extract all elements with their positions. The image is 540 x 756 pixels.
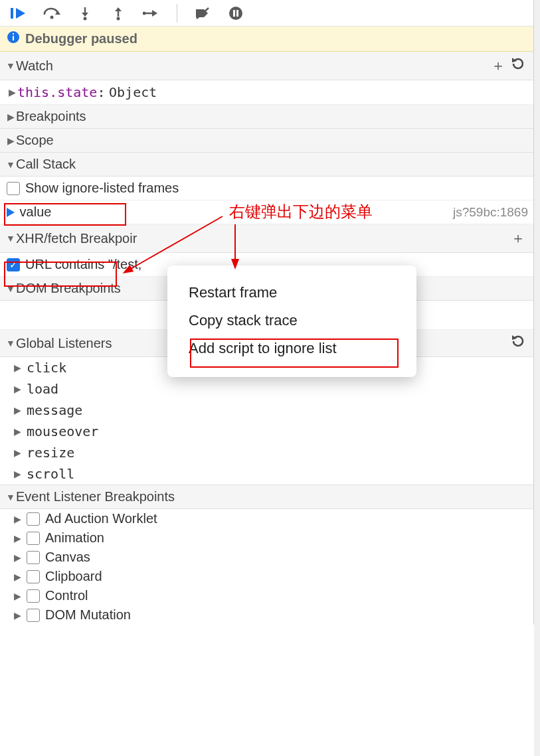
event-category-name: DOM Mutation bbox=[45, 607, 131, 623]
add-watch-button[interactable]: ＋ bbox=[488, 56, 508, 76]
chevron-right-icon: ▶ bbox=[7, 87, 17, 98]
pause-exceptions-icon[interactable] bbox=[225, 4, 246, 23]
svg-rect-19 bbox=[13, 36, 14, 40]
list-item[interactable]: ▶load bbox=[0, 378, 533, 400]
event-category-name: Control bbox=[45, 588, 88, 603]
list-item[interactable]: ▶scroll bbox=[0, 463, 533, 485]
svg-rect-17 bbox=[236, 10, 238, 17]
current-frame-icon bbox=[7, 208, 16, 217]
ctx-add-to-ignore-list[interactable]: Add script to ignore list bbox=[167, 335, 416, 362]
breakpoints-title: Breakpoints bbox=[16, 109, 528, 124]
watch-title: Watch bbox=[16, 58, 488, 74]
callstack-title: Call Stack bbox=[16, 157, 528, 172]
chevron-right-icon: ▶ bbox=[12, 552, 23, 563]
event-category-name: Animation bbox=[45, 530, 104, 546]
refresh-listeners-button[interactable] bbox=[508, 334, 528, 352]
svg-marker-8 bbox=[115, 7, 122, 11]
checkbox-unchecked[interactable] bbox=[27, 570, 40, 583]
chevron-down-icon: ▼ bbox=[5, 60, 16, 71]
debugger-status-bar: Debugger paused bbox=[0, 27, 533, 52]
event-category-name: Clipboard bbox=[45, 569, 102, 584]
chevron-right-icon: ▶ bbox=[12, 384, 23, 394]
xhr-title: XHR/fetch Breakpoir bbox=[16, 231, 508, 246]
list-item[interactable]: ▶message bbox=[0, 400, 533, 421]
vertical-scrollbar[interactable] bbox=[534, 0, 540, 756]
svg-rect-16 bbox=[233, 10, 235, 17]
scope-section-header[interactable]: ▶ Scope bbox=[0, 129, 533, 153]
step-over-icon[interactable] bbox=[41, 4, 62, 23]
svg-rect-0 bbox=[11, 8, 13, 19]
chevron-right-icon: ▶ bbox=[12, 514, 23, 524]
listener-name: message bbox=[27, 402, 82, 418]
listener-name: resize bbox=[27, 445, 74, 461]
show-ignored-frames-row[interactable]: Show ignore-listed frames bbox=[0, 177, 533, 200]
chevron-right-icon: ▶ bbox=[12, 571, 23, 582]
list-item[interactable]: ▶mouseover bbox=[0, 421, 533, 442]
toolbar-separator bbox=[177, 4, 177, 23]
deactivate-breakpoints-icon[interactable] bbox=[192, 4, 213, 23]
checkbox-unchecked[interactable] bbox=[27, 551, 40, 564]
list-item[interactable]: ▶Clipboard bbox=[0, 567, 533, 586]
checkbox-unchecked[interactable] bbox=[27, 609, 40, 622]
chevron-right-icon: ▶ bbox=[5, 112, 16, 122]
svg-marker-5 bbox=[82, 13, 88, 17]
svg-rect-20 bbox=[13, 33, 14, 35]
event-title: Event Listener Breakpoints bbox=[16, 489, 528, 504]
checkbox-unchecked[interactable] bbox=[27, 532, 40, 545]
svg-point-9 bbox=[117, 17, 120, 20]
listener-name: load bbox=[27, 381, 58, 397]
chevron-down-icon: ▼ bbox=[5, 283, 16, 294]
event-categories-list: ▶Ad Auction Worklet ▶Animation ▶Canvas ▶… bbox=[0, 509, 533, 625]
chevron-right-icon: ▶ bbox=[12, 362, 23, 373]
chevron-down-icon: ▼ bbox=[5, 338, 16, 348]
checkbox-unchecked[interactable] bbox=[7, 182, 20, 195]
chevron-right-icon: ▶ bbox=[12, 533, 23, 544]
chevron-right-icon: ▶ bbox=[12, 405, 23, 416]
show-ignored-label: Show ignore-listed frames bbox=[25, 181, 179, 196]
list-item[interactable]: ▶DOM Mutation bbox=[0, 605, 533, 625]
chevron-right-icon: ▶ bbox=[12, 426, 23, 437]
breakpoints-section-header[interactable]: ▶ Breakpoints bbox=[0, 105, 533, 129]
list-item[interactable]: ▶Animation bbox=[0, 528, 533, 548]
list-item[interactable]: ▶resize bbox=[0, 442, 533, 463]
debugger-toolbar bbox=[0, 0, 533, 27]
listener-name: mouseover bbox=[27, 423, 98, 439]
list-item[interactable]: ▶Canvas bbox=[0, 548, 533, 567]
watch-item[interactable]: ▶ this.state: Object bbox=[0, 80, 533, 105]
svg-line-24 bbox=[130, 216, 223, 269]
chevron-down-icon: ▼ bbox=[5, 492, 16, 502]
ctx-restart-frame[interactable]: Restart frame bbox=[167, 279, 416, 307]
chevron-right-icon: ▶ bbox=[5, 135, 16, 146]
watch-section-header[interactable]: ▼ Watch ＋ bbox=[0, 52, 533, 80]
status-text: Debugger paused bbox=[25, 31, 137, 46]
watch-value: Object bbox=[109, 84, 157, 100]
listener-name: click bbox=[27, 360, 66, 376]
step-out-icon[interactable] bbox=[108, 4, 129, 23]
svg-point-3 bbox=[50, 15, 54, 19]
callstack-section-header[interactable]: ▼ Call Stack bbox=[0, 153, 533, 177]
ctx-copy-stack-trace[interactable]: Copy stack trace bbox=[167, 307, 416, 335]
resume-icon[interactable] bbox=[8, 4, 29, 23]
frame-file-link[interactable]: js?59bc:1869 bbox=[453, 205, 528, 220]
event-section-header[interactable]: ▼ Event Listener Breakpoints bbox=[0, 485, 533, 509]
event-category-name: Ad Auction Worklet bbox=[45, 511, 157, 526]
list-item[interactable]: ▶Control bbox=[0, 586, 533, 605]
listener-name: scroll bbox=[27, 466, 74, 482]
annotation-text: 右键弹出下边的菜单 bbox=[229, 201, 373, 222]
xhr-section-header[interactable]: ▼ XHR/fetch Breakpoir ＋ bbox=[0, 224, 533, 253]
watch-sep: : bbox=[97, 84, 105, 100]
add-xhr-button[interactable]: ＋ bbox=[508, 228, 528, 248]
info-icon bbox=[7, 31, 20, 47]
step-into-icon[interactable] bbox=[74, 4, 96, 23]
checkbox-unchecked[interactable] bbox=[27, 589, 40, 603]
checkbox-checked[interactable]: ✓ bbox=[7, 258, 20, 271]
event-category-name: Canvas bbox=[45, 550, 90, 565]
annotation-arrow-down bbox=[227, 223, 247, 269]
step-icon[interactable] bbox=[141, 4, 162, 23]
svg-point-6 bbox=[84, 17, 87, 20]
checkbox-unchecked[interactable] bbox=[27, 512, 40, 526]
svg-point-15 bbox=[229, 7, 242, 20]
refresh-watch-button[interactable] bbox=[508, 56, 528, 75]
list-item[interactable]: ▶Ad Auction Worklet bbox=[0, 509, 533, 528]
chevron-right-icon: ▶ bbox=[12, 591, 23, 601]
